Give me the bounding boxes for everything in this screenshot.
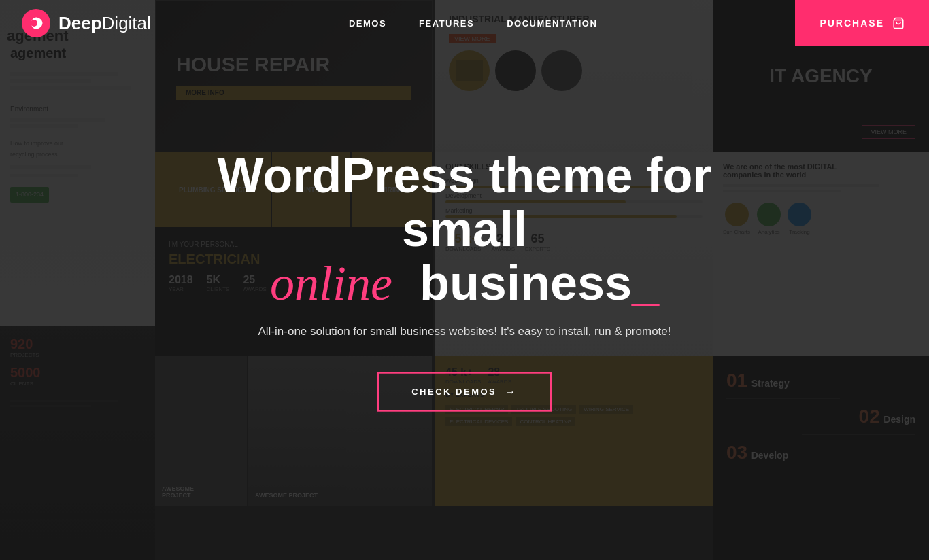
check-demos-label: CHECK DEMOS (411, 387, 496, 397)
logo-text: DeepDigital (58, 13, 151, 34)
purchase-button[interactable]: PURCHASE (795, 0, 929, 46)
svg-point-1 (31, 20, 37, 27)
nav-link-features[interactable]: FEATURES (419, 18, 474, 29)
navbar-center: DEMOS FEATURES DOCUMENTATION (349, 18, 597, 29)
hero-section: WordPress theme for small online busines… (158, 149, 771, 412)
shopping-bag-icon (892, 17, 905, 29)
hero-title-line2: business (420, 256, 632, 310)
logo-bold: Deep (58, 13, 102, 33)
navbar-right: PURCHASE (795, 0, 929, 46)
nav-link-documentation[interactable]: DOCUMENTATION (507, 18, 597, 29)
purchase-label: PURCHASE (820, 18, 884, 29)
nav-link-demos[interactable]: DEMOS (349, 18, 386, 29)
hero-title-line1: WordPress theme for small (218, 148, 712, 256)
hero-title: WordPress theme for small online busines… (158, 149, 771, 311)
navbar-left: DeepDigital (0, 9, 151, 37)
hero-subtitle: All-in-one solution for small business w… (158, 324, 771, 338)
hero-title-cursor: _ (632, 256, 659, 310)
hero-title-italic: online (270, 256, 392, 311)
navbar: DeepDigital DEMOS FEATURES DOCUMENTATION… (0, 0, 929, 46)
arrow-right-icon: → (505, 385, 518, 398)
logo-regular: Digital (102, 13, 151, 33)
check-demos-button[interactable]: CHECK DEMOS → (377, 372, 552, 411)
logo-icon (22, 9, 50, 37)
